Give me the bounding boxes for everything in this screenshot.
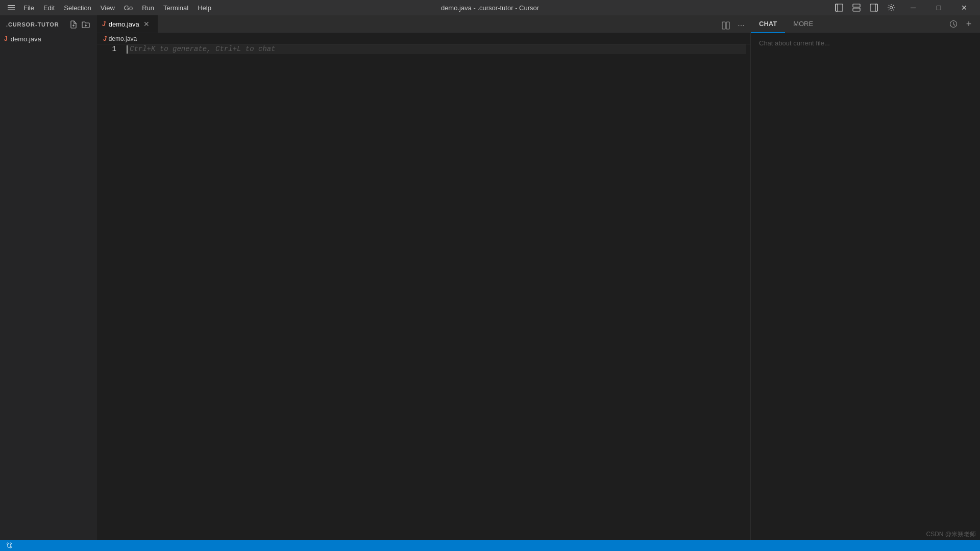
svg-rect-0 <box>8 5 15 6</box>
sidebar-toggle-icon[interactable] <box>831 1 847 15</box>
svg-rect-6 <box>853 8 860 11</box>
menu-view[interactable]: View <box>96 3 119 13</box>
svg-rect-4 <box>836 4 843 11</box>
settings-icon[interactable] <box>883 1 899 15</box>
menu-run[interactable]: Run <box>138 3 158 13</box>
chat-history-button[interactable] <box>946 17 961 31</box>
menu-bar: File Edit Selection View Go Run Terminal… <box>4 1 215 15</box>
layout-icon[interactable] <box>848 1 865 15</box>
svg-rect-8 <box>870 4 877 11</box>
status-bar-left <box>4 540 14 551</box>
right-panel-header: CHAT MORE + <box>751 15 980 33</box>
title-bar-left: File Edit Selection View Go Run Terminal… <box>4 1 215 15</box>
tab-more[interactable]: MORE <box>785 15 821 33</box>
editor-hint-text: Ctrl+K to generate, Ctrl+L to chat <box>130 44 276 54</box>
maximize-button[interactable]: □ <box>927 0 950 15</box>
tab-java-icon: J <box>102 20 106 28</box>
title-bar-icons <box>831 1 899 15</box>
text-cursor <box>127 45 128 54</box>
app-menu-icon[interactable] <box>4 1 18 15</box>
tab-bar-end: ··· <box>719 18 750 33</box>
right-panel-actions: + <box>946 17 980 31</box>
svg-rect-2 <box>8 10 15 11</box>
tab-chat[interactable]: CHAT <box>751 15 785 33</box>
svg-point-18 <box>10 546 12 548</box>
sidebar-title: .CURSOR-TUTOR <box>6 21 59 28</box>
svg-rect-15 <box>726 22 729 29</box>
breadcrumb-file-icon: J <box>103 35 107 42</box>
menu-selection[interactable]: Selection <box>60 3 95 13</box>
new-chat-button[interactable]: + <box>962 17 976 31</box>
menu-help[interactable]: Help <box>193 3 215 13</box>
svg-point-19 <box>10 543 12 544</box>
close-button[interactable]: ✕ <box>952 0 976 15</box>
tab-close-button[interactable]: ✕ <box>142 20 151 28</box>
title-bar: File Edit Selection View Go Run Terminal… <box>0 0 980 15</box>
menu-edit[interactable]: Edit <box>39 3 59 13</box>
breadcrumb-filename[interactable]: demo.java <box>109 35 137 42</box>
breadcrumb-bar: J demo.java <box>97 33 750 44</box>
svg-rect-1 <box>8 7 15 8</box>
tab-bar: J demo.java ✕ ··· <box>97 15 750 33</box>
file-item-demo-java[interactable]: J demo.java <box>0 33 97 44</box>
editor-content[interactable]: 1 Ctrl+K to generate, Ctrl+L to chat <box>97 44 750 540</box>
title-bar-right: ─ □ ✕ <box>831 0 976 15</box>
editor-area: J demo.java ✕ ··· J demo.java <box>97 15 750 540</box>
sidebar-header: .CURSOR-TUTOR <box>0 15 97 33</box>
split-editor-button[interactable] <box>719 18 733 33</box>
file-item-label: demo.java <box>11 35 41 43</box>
menu-go[interactable]: Go <box>120 3 137 13</box>
right-sidebar-icon[interactable] <box>866 1 882 15</box>
sidebar-actions <box>68 19 91 30</box>
line-number-1: 1 <box>103 44 116 54</box>
status-bar <box>0 540 980 551</box>
right-panel: CHAT MORE + Chat about current file... <box>750 15 980 540</box>
svg-rect-5 <box>853 4 860 7</box>
svg-rect-14 <box>722 22 725 29</box>
more-actions-button[interactable]: ··· <box>734 18 748 33</box>
line-numbers: 1 <box>97 44 122 540</box>
tab-filename: demo.java <box>109 20 139 28</box>
window-title: demo.java - .cursor-tutor - Cursor <box>441 4 539 12</box>
chat-placeholder-text: Chat about current file... <box>751 33 980 53</box>
code-area[interactable]: Ctrl+K to generate, Ctrl+L to chat <box>122 44 750 540</box>
sidebar: .CURSOR-TUTOR <box>0 15 97 540</box>
new-file-button[interactable] <box>68 19 79 30</box>
new-folder-button[interactable] <box>81 19 91 30</box>
code-line-1: Ctrl+K to generate, Ctrl+L to chat <box>127 44 746 54</box>
svg-point-9 <box>890 7 893 9</box>
git-branch-status[interactable] <box>4 540 14 551</box>
menu-terminal[interactable]: Terminal <box>159 3 192 13</box>
menu-file[interactable]: File <box>19 3 38 13</box>
minimize-button[interactable]: ─ <box>901 0 925 15</box>
editor-tab-demo-java[interactable]: J demo.java ✕ <box>97 15 158 33</box>
sidebar-explorer: J demo.java <box>0 33 97 540</box>
java-file-icon: J <box>4 35 8 42</box>
main-container: .CURSOR-TUTOR <box>0 15 980 540</box>
svg-point-17 <box>7 543 9 544</box>
